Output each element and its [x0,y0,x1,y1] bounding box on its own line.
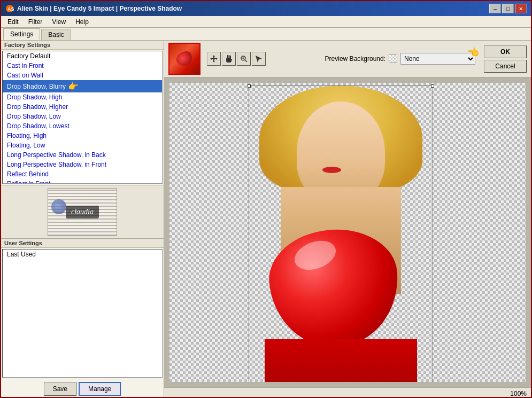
close-button[interactable]: ✕ [515,4,527,13]
canvas-area[interactable] [164,77,531,387]
handle-tl[interactable] [248,84,251,88]
minimize-button[interactable]: – [489,4,501,13]
factory-settings-section: Factory Settings Factory Default Cast in… [1,41,164,185]
svg-line-3 [245,60,247,62]
user-settings-header: User Settings [1,239,164,248]
canvas-inner [169,83,526,382]
tabs-bar: Settings Basic [1,28,531,41]
svg-text:AS: AS [7,6,14,12]
hand-pointer-icon: 👉 [68,81,79,91]
list-item-drop-shadow-low[interactable]: Drop Shadow, Low [3,112,162,121]
list-item-reflect-in-front[interactable]: Reflect in Front [3,179,162,184]
list-item-drop-shadow-higher[interactable]: Drop Shadow, Higher [3,102,162,112]
preview-bg-row: Preview Background: None White Black Gra… [325,53,475,65]
main-content: Factory Settings Factory Default Cast in… [1,41,531,398]
preview-bg-select[interactable]: None White Black Gray [400,53,475,65]
move-tool-button[interactable] [207,52,221,66]
thumbnail-area: claudia [1,185,164,239]
user-settings-section: User Settings Last Used Save Manage [1,239,164,398]
list-item-long-perspective-back[interactable]: Long Perspective Shadow, in Back [3,150,162,160]
app-icon: AS [5,4,14,13]
tab-basic[interactable]: Basic [41,29,71,40]
manage-button[interactable]: Manage [79,382,121,396]
tab-settings[interactable]: Settings [3,28,40,40]
title-bar-left: AS Alien Skin | Eye Candy 5 Impact | Per… [5,4,182,13]
thumbnail-preview-box: claudia [48,188,117,236]
list-item-drop-shadow-high[interactable]: Drop Shadow, High [3,92,162,102]
list-item-cast-on-wall[interactable]: Cast on Wall [3,71,162,80]
menu-bar: Edit Filter View Help [1,16,531,28]
preview-bg-swatch [389,54,397,63]
menu-view[interactable]: View [48,17,70,27]
bottom-buttons: Save Manage [1,379,164,398]
list-item-long-perspective-front[interactable]: Long Perspective Shadow, in Front [3,160,162,169]
status-bar: 100% [164,387,531,398]
zoom-level: 100% [510,390,527,397]
claudia-label: claudia [66,206,99,218]
list-item-factory-default[interactable]: Factory Default [3,51,162,61]
handle-tr[interactable] [431,84,434,88]
right-top-bar: Preview Background: None White Black Gra… [164,41,531,77]
toolbar-icons [207,52,266,66]
cancel-button[interactable]: Cancel [484,60,527,73]
title-bar: AS Alien Skin | Eye Candy 5 Impact | Per… [1,1,531,16]
ok-cancel-area: 👉 OK Cancel [484,45,527,73]
save-button[interactable]: Save [44,382,76,396]
selection-border [249,85,433,382]
arrow-tool-button[interactable] [252,52,266,66]
title-text: Alien Skin | Eye Candy 5 Impact | Perspe… [17,5,182,12]
list-item-floating-high[interactable]: Floating, High [3,131,162,141]
factory-settings-list[interactable]: Factory Default Cast in Front Cast on Wa… [2,51,163,184]
list-item-last-used[interactable]: Last Used [3,249,162,259]
right-panel: Preview Background: None White Black Gra… [164,41,531,398]
heart-balloon-thumb [174,49,195,69]
list-item-floating-low[interactable]: Floating, Low [3,141,162,150]
menu-help[interactable]: Help [71,17,93,27]
list-item-cast-in-front[interactable]: Cast in Front [3,61,162,71]
maximize-button[interactable]: □ [502,4,514,13]
main-thumbnail [168,43,201,75]
list-item-drop-shadow-lowest[interactable]: Drop Shadow, Lowest [3,121,162,131]
left-panel: Factory Settings Factory Default Cast in… [1,41,164,398]
menu-edit[interactable]: Edit [3,17,23,27]
zoom-tool-button[interactable] [237,52,251,66]
hand-tool-button[interactable] [222,52,236,66]
preview-bg-label: Preview Background: [325,55,385,63]
ok-button[interactable]: OK [484,45,527,58]
menu-filter[interactable]: Filter [24,17,47,27]
globe-watermark [51,199,66,214]
ok-hand-icon: 👉 [468,46,480,58]
list-item-drop-shadow-blurry[interactable]: Drop Shadow, Blurry 👉 [3,80,162,92]
list-item-reflect-behind[interactable]: Reflect Behind [3,169,162,179]
title-controls[interactable]: – □ ✕ [489,4,527,13]
user-settings-list[interactable]: Last Used [2,249,163,378]
factory-settings-header: Factory Settings [1,41,164,50]
